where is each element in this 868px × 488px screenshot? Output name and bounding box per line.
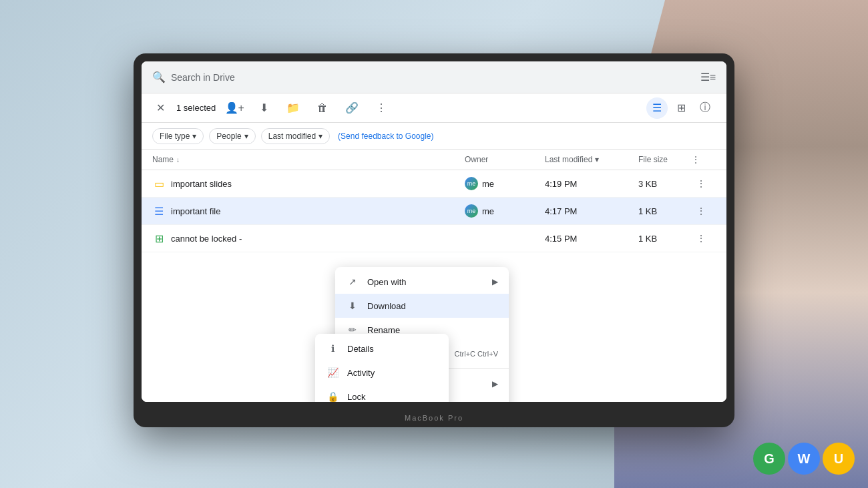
file-name-cell: ⊞ cannot be locked - — [152, 232, 465, 245]
lock-label: Lock — [347, 392, 365, 402]
filter-row: File type ▾ People ▾ Last modified ▾ (Se… — [142, 123, 726, 150]
slides-icon: ▭ — [152, 177, 166, 190]
laptop: 🔍 Search in Drive ☰≡ ✕ 1 selected 👤+ ⬇ 📁… — [134, 53, 734, 427]
avatar: me — [465, 204, 478, 218]
file-name: cannot be locked - — [171, 234, 242, 244]
file-size-cell: 3 KB — [638, 179, 692, 189]
file-name: important slides — [171, 179, 232, 189]
laptop-screen: 🔍 Search in Drive ☰≡ ✕ 1 selected 👤+ ⬇ 📁… — [142, 61, 726, 402]
download-icon: ⬇ — [346, 299, 359, 312]
search-input[interactable]: Search in Drive — [171, 72, 695, 83]
last-modified-column-header[interactable]: Last modified ▾ — [545, 155, 638, 164]
lock-menu-item[interactable]: 🔒 Lock — [315, 385, 449, 402]
badge-w: W — [788, 443, 820, 475]
row-more-button[interactable]: ⋮ — [692, 202, 710, 220]
name-column-header[interactable]: Name ↓ — [152, 155, 465, 164]
last-modified-cell: 4:15 PM — [545, 234, 638, 244]
file-size-cell: 1 KB — [638, 206, 692, 216]
file-size-cell: 1 KB — [638, 234, 692, 244]
activity-label: Activity — [347, 368, 375, 378]
details-menu-item[interactable]: ℹ Details — [315, 336, 449, 360]
sort-icon: ↓ — [176, 156, 180, 164]
details-icon: ℹ — [326, 342, 339, 355]
file-name: important file — [171, 206, 220, 216]
close-button[interactable]: ✕ — [152, 100, 168, 116]
last-modified-cell: 4:17 PM — [545, 206, 638, 216]
download-menu-item[interactable]: ⬇ Download — [335, 294, 509, 318]
google-drive-ui: 🔍 Search in Drive ☰≡ ✕ 1 selected 👤+ ⬇ 📁… — [142, 61, 726, 402]
activity-icon: 📈 — [326, 366, 339, 379]
chevron-down-icon: ▾ — [244, 132, 248, 141]
row-more-button[interactable]: ⋮ — [692, 229, 710, 248]
search-icon: 🔍 — [152, 71, 166, 83]
people-filter[interactable]: People ▾ — [209, 128, 255, 144]
owner-cell: me me — [465, 177, 545, 190]
add-person-button[interactable]: 👤+ — [224, 97, 245, 119]
feedback-link[interactable]: (Send feedback to Google) — [338, 132, 433, 141]
delete-button[interactable]: 🗑 — [312, 97, 333, 119]
file-type-label: File type — [160, 132, 190, 141]
toolbar-left: ✕ 1 selected 👤+ ⬇ 📁 🗑 🔗 ⋮ — [152, 97, 638, 119]
file-type-filter[interactable]: File type ▾ — [152, 128, 204, 144]
file-name-cell: ▭ important slides — [152, 177, 465, 190]
more-options-button[interactable]: ⋮ — [371, 97, 392, 119]
last-modified-label: Last modified — [268, 132, 316, 141]
download-button[interactable]: ⬇ — [253, 97, 274, 119]
row-more-button[interactable]: ⋮ — [692, 174, 710, 193]
open-with-label: Open with — [367, 277, 484, 287]
submenu-arrow-icon: ▶ — [492, 277, 498, 286]
grid-view-button[interactable]: ⊞ — [670, 97, 692, 119]
people-label: People — [216, 132, 241, 141]
corner-badges: G W U — [753, 443, 855, 475]
file-information-submenu: ℹ Details 📈 Activity 🔒 Lock — [315, 334, 449, 402]
owner-column-header: Owner — [465, 155, 545, 164]
avatar: me — [465, 177, 478, 190]
move-button[interactable]: 📁 — [282, 97, 304, 119]
table-row[interactable]: ☰ important file me me 4:17 PM 1 KB ⋮ — [142, 198, 726, 225]
table-header: Name ↓ Owner Last modified ▾ File size ⋮ — [142, 150, 726, 170]
sort-asc-icon: ▾ — [595, 155, 599, 164]
table-row[interactable]: ⊞ cannot be locked - 4:15 PM 1 KB ⋮ — [142, 225, 726, 252]
list-view-button[interactable]: ☰ — [646, 97, 668, 119]
table-row[interactable]: ▭ important slides me me 4:19 PM 3 KB ⋮ — [142, 170, 726, 198]
badge-g: G — [753, 443, 785, 475]
owner-name: me — [482, 206, 494, 216]
chevron-down-icon: ▾ — [192, 132, 196, 141]
file-size-column-header: File size — [638, 155, 692, 164]
owner-cell: me me — [465, 204, 545, 218]
badge-u: U — [823, 443, 855, 475]
more-column: ⋮ — [692, 155, 716, 164]
toolbar: ✕ 1 selected 👤+ ⬇ 📁 🗑 🔗 ⋮ ☰ ⊞ ⓘ — [142, 93, 726, 123]
download-label: Download — [367, 301, 498, 311]
shortcut-label: Ctrl+C Ctrl+V — [455, 350, 498, 358]
toolbar-right: ☰ ⊞ ⓘ — [646, 97, 716, 119]
filter-icon[interactable]: ☰≡ — [700, 71, 716, 83]
chevron-down-icon: ▾ — [318, 132, 322, 141]
open-with-icon: ↗ — [346, 275, 359, 288]
last-modified-filter[interactable]: Last modified ▾ — [261, 128, 330, 144]
file-name-cell: ☰ important file — [152, 204, 465, 218]
sheet-icon: ⊞ — [152, 232, 166, 245]
owner-name: me — [482, 179, 494, 189]
selected-count: 1 selected — [176, 103, 216, 113]
activity-menu-item[interactable]: 📈 Activity — [315, 360, 449, 385]
open-with-menu-item[interactable]: ↗ Open with ▶ — [335, 270, 509, 294]
macbook-label: MacBook Pro — [405, 414, 463, 422]
submenu-arrow-icon: ▶ — [492, 379, 498, 389]
file-list: ▭ important slides me me 4:19 PM 3 KB ⋮ … — [142, 170, 726, 402]
link-button[interactable]: 🔗 — [341, 97, 363, 119]
search-bar-area: 🔍 Search in Drive ☰≡ — [142, 61, 726, 93]
info-button[interactable]: ⓘ — [694, 97, 716, 119]
lock-icon: 🔒 — [326, 390, 339, 402]
details-label: Details — [347, 344, 374, 354]
doc-icon: ☰ — [152, 204, 166, 218]
last-modified-cell: 4:19 PM — [545, 179, 638, 189]
